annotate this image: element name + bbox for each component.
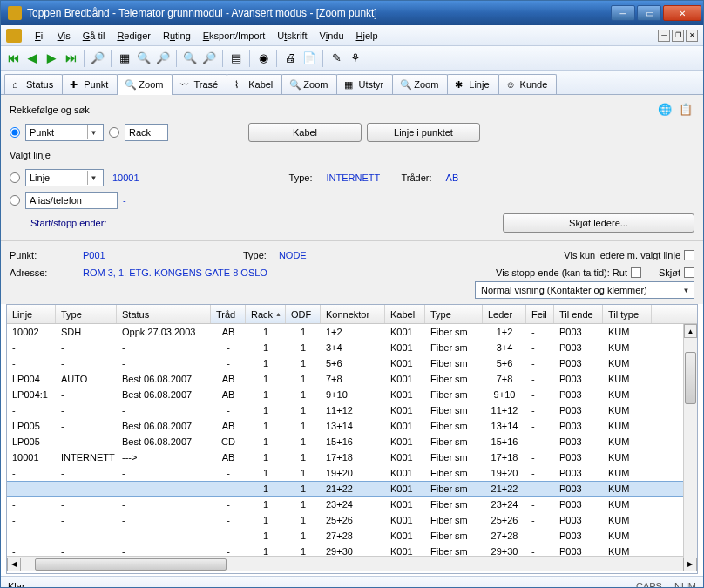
column-header[interactable]: Til type (603, 305, 652, 323)
tab-utstyr[interactable]: ▦Utstyr (336, 74, 393, 94)
linje-i-punktet-button[interactable]: Linje i punktet (367, 123, 480, 142)
column-header[interactable]: Feil (526, 305, 554, 323)
linje-radio[interactable] (10, 172, 20, 183)
linje-dropdown[interactable]: Linje▼ (25, 169, 104, 186)
table-row[interactable]: ----1129+30K001Fiber sm29+30-P003KUM (7, 544, 697, 556)
linje-value[interactable]: 10001 (112, 172, 139, 183)
column-header[interactable]: Type (56, 305, 117, 323)
tab-linje[interactable]: ✱Linje (447, 74, 498, 94)
grid-icon[interactable]: ▤ (227, 50, 245, 67)
table-row[interactable]: ----1111+12K001Fiber sm11+12-P003KUM (7, 402, 697, 418)
data-grid[interactable]: LinjeTypeStatusTrådRackODFKonnektorKabel… (6, 304, 698, 574)
maximize-button[interactable]: ▭ (637, 5, 661, 21)
capture-icon[interactable]: ◉ (254, 50, 272, 67)
column-header[interactable]: Konnektor (321, 305, 385, 323)
app-menu-icon[interactable] (6, 29, 22, 43)
preview-icon[interactable]: 📄 (301, 50, 318, 67)
menu-utskrift[interactable]: Utskrift (271, 28, 313, 44)
tab-status[interactable]: ⌂Status (4, 74, 63, 94)
tool-b-icon[interactable]: ⚘ (347, 50, 364, 67)
clipboard-icon[interactable]: 📋 (677, 100, 694, 118)
tab-zoom[interactable]: 🔍Zoom (281, 74, 337, 94)
tool-a-icon[interactable]: ✎ (328, 50, 345, 67)
column-header[interactable]: Kabel (385, 305, 425, 323)
mdi-minimize-button[interactable]: ─ (658, 30, 670, 42)
table-row[interactable]: ----1123+24K001Fiber sm23+24-P003KUM (7, 497, 697, 512)
table-row[interactable]: ----115+6K001Fiber sm5+6-P003KUM (7, 355, 697, 371)
close-button[interactable]: ✕ (663, 5, 701, 21)
column-header[interactable]: Type (425, 305, 483, 323)
menu-fil[interactable]: Fil (29, 28, 51, 44)
column-header[interactable]: Rack (246, 305, 286, 323)
cell: K001 (385, 514, 425, 526)
column-header[interactable]: Status (117, 305, 211, 323)
table-row[interactable]: ----1125+26K001Fiber sm25+26-P003KUM (7, 512, 697, 528)
rut-checkbox[interactable] (631, 267, 641, 278)
skjot-checkbox[interactable] (684, 267, 694, 278)
menu-vindu[interactable]: Vindu (314, 28, 350, 44)
table-row[interactable]: 10001INTERNETT--->AB1117+18K001Fiber sm1… (7, 449, 697, 465)
list-icon[interactable]: ▦ (116, 50, 133, 67)
cell: AB (211, 373, 246, 385)
zoom-b-icon[interactable]: 🔎 (200, 50, 218, 67)
punkt-value[interactable]: P001 (83, 250, 240, 260)
tab-trasé[interactable]: 〰Trasé (172, 74, 227, 94)
column-header[interactable]: Linje (7, 305, 56, 323)
rack-field[interactable]: Rack (125, 124, 168, 141)
table-row[interactable]: LP004:1-Best 06.08.2007AB119+10K001Fiber… (7, 387, 697, 402)
minimize-button[interactable]: ─ (611, 5, 635, 21)
mdi-restore-button[interactable]: ❐ (672, 30, 684, 42)
horizontal-scrollbar[interactable]: ◀▶ (7, 556, 697, 571)
table-row[interactable]: LP005-Best 06.08.2007AB1113+14K001Fiber … (7, 418, 697, 434)
cell: Best 06.08.2007 (117, 389, 211, 401)
vis-kun-checkbox[interactable] (684, 250, 694, 260)
column-header[interactable]: Tråd (211, 305, 246, 323)
punkt-radio[interactable] (10, 127, 20, 138)
menu-vis[interactable]: Vis (51, 28, 77, 44)
visning-dropdown[interactable]: Normal visning (Kontakter og klemmer) ▼ (475, 281, 694, 299)
globe-icon[interactable]: 🌐 (656, 100, 674, 118)
table-row[interactable]: ----1127+28K001Fiber sm27+28-P003KUM (7, 528, 697, 544)
grid-body[interactable]: 10002SDHOppk 27.03.2003AB111+2K001Fiber … (7, 324, 697, 556)
punkt-dropdown[interactable]: Punkt▼ (25, 124, 104, 141)
adresse-value[interactable]: ROM 3, 1. ETG. KONGENS GATE 8 OSLO (83, 267, 267, 278)
kabel-button[interactable]: Kabel (248, 123, 362, 142)
table-row[interactable]: ----1121+22K001Fiber sm21+22-P003KUM (7, 481, 697, 497)
skjot-ledere-button[interactable]: Skjøt ledere... (503, 213, 694, 233)
cell: - (211, 467, 246, 479)
zoom-a-icon[interactable]: 🔍 (181, 50, 199, 67)
tab-punkt[interactable]: ✚Punkt (62, 74, 118, 94)
column-header[interactable]: Til ende (554, 305, 603, 323)
find-icon[interactable]: 🔎 (89, 50, 106, 67)
print-icon[interactable]: 🖨 (281, 50, 299, 67)
grid-header[interactable]: LinjeTypeStatusTrådRackODFKonnektorKabel… (7, 305, 697, 324)
table-row[interactable]: ----113+4K001Fiber sm3+4-P003KUM (7, 340, 697, 355)
alias-radio[interactable] (10, 195, 20, 206)
table-row[interactable]: LP005-Best 06.08.2007CD1115+16K001Fiber … (7, 434, 697, 449)
nav-prev-icon[interactable]: ◀ (24, 50, 41, 67)
zoom-plus-icon[interactable]: 🔍 (135, 50, 152, 67)
column-header[interactable]: ODF (286, 305, 321, 323)
table-row[interactable]: 10002SDHOppk 27.03.2003AB111+2K001Fiber … (7, 324, 697, 340)
mdi-close-button[interactable]: ✕ (686, 30, 698, 42)
nav-next-icon[interactable]: ▶ (43, 50, 60, 67)
nav-last-icon[interactable]: ⏭ (62, 50, 79, 67)
alias-field[interactable]: Alias/telefon (25, 192, 118, 209)
menu-rediger[interactable]: Rediger (111, 28, 157, 44)
menu-ruting[interactable]: Ruting (157, 28, 197, 44)
tab-kabel[interactable]: ⌇Kabel (227, 74, 282, 94)
zoom-min-icon[interactable]: 🔎 (154, 50, 172, 67)
tab-kunde[interactable]: ☺Kunde (498, 74, 558, 94)
nav-first-icon[interactable]: ⏮ (4, 50, 22, 67)
menu-eksport[interactable]: Eksport/Import (197, 28, 272, 44)
table-row[interactable]: LP004AUTOBest 06.08.2007AB117+8K001Fiber… (7, 371, 697, 387)
cell: - (211, 341, 246, 354)
menu-gatil[interactable]: Gå til (77, 28, 112, 44)
tab-zoom[interactable]: 🔍Zoom (392, 74, 448, 94)
menu-hjelp[interactable]: Hjelp (350, 28, 384, 44)
column-header[interactable]: Leder (483, 305, 526, 323)
tab-zoom[interactable]: 🔍Zoom (117, 74, 173, 95)
table-row[interactable]: ----1119+20K001Fiber sm19+20-P003KUM (7, 465, 697, 481)
rack-radio[interactable] (109, 127, 119, 138)
vertical-scrollbar[interactable]: ▲ (683, 324, 697, 558)
